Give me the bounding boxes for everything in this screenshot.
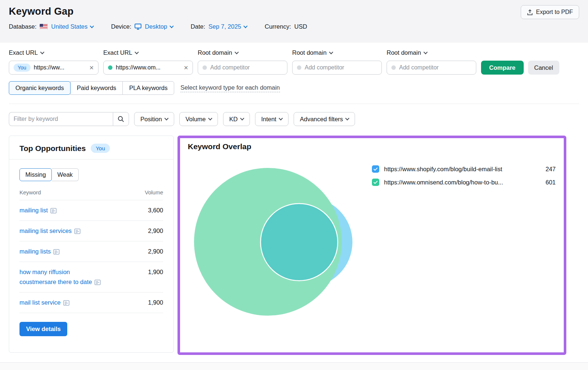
- position-filter-dropdown[interactable]: Position: [134, 112, 174, 126]
- tab-missing[interactable]: Missing: [19, 168, 52, 181]
- checkbox-shopify[interactable]: [372, 165, 379, 173]
- legend-count: 601: [539, 179, 556, 186]
- overlap-legend: https://www.shopify.com/blog/build-email…: [372, 165, 556, 192]
- competitor-2-input[interactable]: Add competitor: [198, 61, 287, 75]
- competitor-1-input[interactable]: https://www.om... ×: [103, 61, 193, 75]
- chevron-down-icon: [208, 116, 212, 120]
- venn-overlap-region[interactable]: [261, 204, 338, 281]
- legend-url: https://www.shopify.com/blog/build-email…: [384, 166, 502, 173]
- keyword-filter-group: [9, 112, 129, 126]
- volume-value: 1,900: [148, 267, 163, 277]
- competitor-3-input[interactable]: Add competitor: [292, 61, 382, 75]
- device-value-text: Desktop: [145, 23, 167, 30]
- venn-circle-omnisend[interactable]: [194, 168, 342, 316]
- chevron-down-icon: [169, 24, 173, 28]
- volume-value: 2,900: [148, 247, 163, 256]
- chevron-down-icon: [279, 116, 283, 120]
- serp-features-icon: [50, 208, 57, 213]
- cancel-button[interactable]: Cancel: [528, 61, 559, 75]
- add-competitor-placeholder: Add competitor: [399, 64, 472, 71]
- device-value[interactable]: Desktop: [145, 23, 173, 30]
- url-type-dropdown-competitor-1[interactable]: Exact URL: [103, 49, 193, 56]
- add-competitor-placeholder: Add competitor: [305, 64, 377, 71]
- chevron-down-icon: [423, 50, 427, 54]
- currency-value: USD: [294, 23, 307, 30]
- kd-filter-dropdown[interactable]: KD: [223, 112, 250, 126]
- table-row: mailing lists 2,900: [19, 241, 163, 262]
- keyword-link[interactable]: mailing list: [19, 207, 48, 213]
- table-header: Keyword Volume: [19, 183, 163, 200]
- tab-paid-keywords[interactable]: Paid keywords: [70, 81, 123, 95]
- competitor-4-input[interactable]: Add competitor: [387, 61, 476, 75]
- tab-weak[interactable]: Weak: [52, 168, 79, 181]
- desktop-icon: [135, 24, 141, 30]
- table-row: mailing list 3,600: [19, 200, 163, 221]
- keyword-filter-input[interactable]: [9, 112, 113, 126]
- database-value-text: United States: [51, 23, 87, 30]
- tab-pla-keywords[interactable]: PLA keywords: [122, 81, 174, 95]
- database-selector[interactable]: Database: United States: [9, 23, 93, 30]
- database-label: Database:: [9, 23, 36, 30]
- dropdown-label: KD: [229, 116, 238, 123]
- keyword-link[interactable]: mailing list services: [19, 227, 72, 234]
- you-domain-value: https://ww...: [34, 64, 87, 71]
- export-label: Export to PDF: [536, 9, 573, 15]
- url-type-dropdown-you[interactable]: Exact URL: [9, 49, 98, 56]
- volume-filter-dropdown[interactable]: Volume: [179, 112, 218, 126]
- chevron-down-icon: [240, 116, 244, 120]
- tab-organic-keywords[interactable]: Organic keywords: [9, 81, 71, 95]
- date-label: Date:: [191, 23, 205, 30]
- intent-filter-dropdown[interactable]: Intent: [255, 112, 288, 126]
- select-keyword-type-link[interactable]: Select keyword type for each domain: [180, 84, 280, 92]
- keyword-cell: mailing list: [19, 205, 57, 215]
- device-selector[interactable]: Device: Desktop: [111, 23, 173, 30]
- clear-icon[interactable]: ×: [89, 64, 94, 71]
- domain-column-competitor-2: Root domain Add competitor: [198, 49, 287, 75]
- domain-column-competitor-1: Exact URL https://www.om... ×: [103, 49, 193, 75]
- date-value[interactable]: Sep 7, 2025: [208, 23, 247, 30]
- clear-icon[interactable]: ×: [184, 64, 188, 71]
- chevron-down-icon: [244, 24, 248, 28]
- table-row: mailing list services 2,900: [19, 221, 163, 241]
- serp-features-icon: [63, 300, 69, 306]
- export-pdf-button[interactable]: Export to PDF: [521, 5, 579, 19]
- dropdown-label: Advanced filters: [300, 116, 343, 123]
- venn-circle-shopify[interactable]: [263, 197, 352, 287]
- url-type-dropdown-competitor-4[interactable]: Root domain: [387, 49, 476, 56]
- search-button[interactable]: [113, 112, 129, 126]
- advanced-filters-dropdown[interactable]: Advanced filters: [294, 112, 355, 126]
- volume-column-header: Volume: [145, 189, 163, 195]
- keyword-column-header: Keyword: [19, 189, 41, 195]
- checkbox-omnisend[interactable]: [372, 179, 379, 186]
- date-selector[interactable]: Date: Sep 7, 2025: [191, 23, 247, 30]
- url-type-label: Exact URL: [103, 49, 132, 56]
- compare-actions: Compare Cancel: [481, 61, 559, 75]
- missing-weak-toggle: Missing Weak: [19, 168, 79, 181]
- you-domain-input[interactable]: You https://ww... ×: [9, 61, 98, 75]
- url-type-label: Root domain: [292, 49, 327, 56]
- view-details-button[interactable]: View details: [19, 322, 67, 336]
- keyword-link[interactable]: mailing lists: [19, 248, 51, 255]
- page-header: Keyword Gap Export to PDF Database: Unit…: [0, 0, 588, 43]
- keyword-cell: mailing list services: [19, 226, 80, 236]
- domain-column-competitor-3: Root domain Add competitor: [292, 49, 382, 75]
- venn-overlap-outline: [261, 204, 338, 281]
- empty-dot-icon: [391, 65, 396, 70]
- keyword-type-row: Organic keywords Paid keywords PLA keywo…: [9, 81, 579, 104]
- url-type-dropdown-competitor-3[interactable]: Root domain: [292, 49, 382, 56]
- top-opportunities-header: Top Opportunities You: [9, 136, 173, 159]
- export-icon: [527, 9, 533, 15]
- keyword-link[interactable]: how many riffusion coustmersare there to…: [19, 269, 92, 285]
- keyword-link[interactable]: mail list service: [19, 299, 61, 306]
- device-label: Device:: [111, 23, 131, 30]
- page-bottom-divider: [0, 362, 588, 370]
- legend-item-omnisend: https://www.omnisend.com/blog/how-to-bu.…: [372, 179, 556, 186]
- url-type-dropdown-competitor-2[interactable]: Root domain: [198, 49, 287, 56]
- database-value[interactable]: United States: [51, 23, 93, 30]
- chevron-down-icon: [135, 50, 139, 54]
- volume-value: 1,900: [148, 298, 163, 307]
- compare-button[interactable]: Compare: [481, 61, 524, 75]
- serp-features-icon: [53, 249, 60, 255]
- page-title: Keyword Gap: [9, 6, 579, 17]
- legend-url: https://www.omnisend.com/blog/how-to-bu.…: [384, 179, 503, 186]
